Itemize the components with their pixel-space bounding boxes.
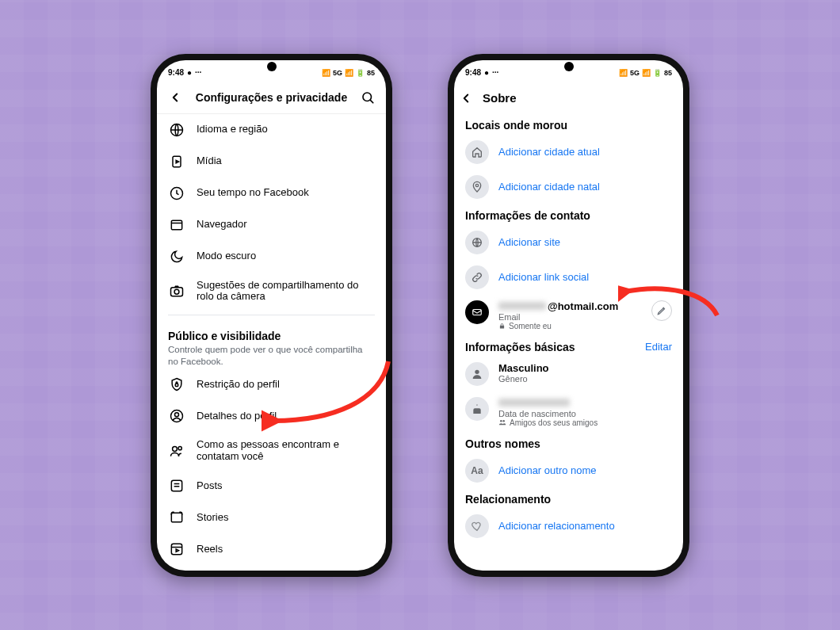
menu-item-language[interactable]: Idioma e região bbox=[157, 114, 386, 146]
add-relationship[interactable]: Adicionar relacionamento bbox=[454, 509, 683, 544]
menu-label: Sugestões de compartilhamento do rolo da… bbox=[197, 280, 375, 304]
menu-item-stories[interactable]: Stories bbox=[157, 502, 386, 533]
birthday-row[interactable]: Data de nascimento Amigos dos seus amigo… bbox=[454, 391, 683, 433]
menu-label: Como as pessoas encontram e contatam voc… bbox=[197, 439, 375, 463]
app-header: Configurações e privacidade bbox=[157, 82, 386, 114]
browser-icon bbox=[168, 216, 185, 234]
heart-icon bbox=[471, 520, 483, 533]
svg-point-34 bbox=[502, 420, 505, 422]
users-icon bbox=[168, 442, 185, 460]
svg-point-9 bbox=[174, 290, 179, 295]
shield-icon bbox=[168, 376, 185, 393]
back-button[interactable] bbox=[459, 91, 479, 105]
section-audience: Público e visibilidade Controle quem pod… bbox=[157, 320, 386, 368]
section-basic: Informações básicas Editar bbox=[454, 336, 683, 357]
status-time: 9:48 bbox=[465, 68, 481, 77]
edit-email-button[interactable] bbox=[651, 300, 672, 321]
svg-point-32 bbox=[475, 369, 479, 373]
add-website[interactable]: Adicionar site bbox=[454, 225, 683, 260]
svg-point-33 bbox=[500, 420, 502, 422]
search-icon bbox=[361, 90, 375, 105]
back-button[interactable] bbox=[163, 90, 187, 105]
user-icon bbox=[168, 407, 185, 425]
status-5g: 5G bbox=[630, 69, 640, 77]
chevron-left-icon bbox=[168, 90, 182, 105]
link-label: Adicionar link social bbox=[498, 271, 589, 283]
reels-icon bbox=[168, 540, 185, 558]
add-hometown[interactable]: Adicionar cidade natal bbox=[454, 170, 683, 204]
status-time: 9:48 bbox=[168, 68, 184, 77]
pencil-icon bbox=[656, 305, 667, 316]
svg-rect-8 bbox=[171, 288, 183, 296]
menu-item-browser[interactable]: Navegador bbox=[157, 209, 386, 241]
menu-item-dark[interactable]: Modo escuro bbox=[157, 241, 386, 273]
gender-label: Gênero bbox=[498, 374, 549, 384]
section-title: Informações de contato bbox=[465, 209, 590, 222]
home-icon bbox=[471, 146, 483, 158]
svg-rect-6 bbox=[171, 220, 181, 230]
section-relationship: Relacionamento bbox=[454, 488, 683, 509]
birthday-label: Data de nascimento bbox=[498, 409, 598, 418]
menu-item-camera-roll[interactable]: Sugestões de compartilhamento do rolo da… bbox=[157, 273, 386, 311]
battery-icon: 🔋 bbox=[356, 69, 365, 77]
add-social-link[interactable]: Adicionar link social bbox=[454, 260, 683, 295]
menu-item-reels[interactable]: Reels bbox=[157, 533, 386, 565]
gender-row[interactable]: Masculino Gênero bbox=[454, 357, 683, 391]
stories-icon bbox=[168, 509, 185, 526]
email-label: Email bbox=[498, 312, 642, 322]
section-title: Relacionamento bbox=[465, 493, 551, 506]
header-title: Configurações e privacidade bbox=[187, 91, 356, 104]
camera-icon bbox=[168, 282, 185, 300]
svg-marker-21 bbox=[176, 549, 178, 552]
svg-rect-10 bbox=[175, 384, 178, 386]
status-5g: 5G bbox=[333, 69, 342, 77]
phone-left: 9:48 ● ··· 📶 5G 📶 🔋 85 Configurações e p… bbox=[151, 54, 392, 577]
svg-line-1 bbox=[370, 100, 372, 102]
add-other-name[interactable]: Aa Adicionar outro nome bbox=[454, 453, 683, 488]
svg-rect-18 bbox=[171, 513, 181, 522]
link-label: Adicionar cidade natal bbox=[498, 181, 600, 193]
menu-item-posts[interactable]: Posts bbox=[157, 470, 386, 502]
svg-marker-4 bbox=[176, 160, 178, 162]
section-title: Locais onde morou bbox=[465, 119, 567, 132]
section-other-names: Outros nomes bbox=[454, 433, 683, 453]
media-icon bbox=[168, 153, 185, 170]
link-label: Adicionar site bbox=[498, 236, 560, 248]
birthday-redacted bbox=[498, 399, 570, 407]
menu-item-profile-details[interactable]: Detalhes do perfil bbox=[157, 400, 386, 432]
menu-item-followers[interactable]: Seguidores e conteúdo público bbox=[157, 565, 386, 571]
link-label: Adicionar relacionamento bbox=[498, 520, 615, 532]
app-header: Sobre bbox=[454, 82, 683, 114]
svg-point-13 bbox=[173, 447, 178, 452]
email-row[interactable]: @hotmail.com Email Somente eu bbox=[454, 295, 683, 336]
status-dot: ● bbox=[484, 68, 489, 77]
globe-icon bbox=[168, 121, 185, 139]
menu-item-discoverability[interactable]: Como as pessoas encontram e contatam voc… bbox=[157, 432, 386, 470]
status-more: ··· bbox=[195, 68, 201, 77]
section-desc: Controle quem pode ver o que você compar… bbox=[168, 344, 375, 367]
menu-item-time[interactable]: Seu tempo no Facebook bbox=[157, 178, 386, 209]
pin-icon bbox=[471, 181, 483, 193]
edit-basic-link[interactable]: Editar bbox=[645, 341, 672, 353]
status-more: ··· bbox=[492, 68, 498, 77]
menu-item-restriction[interactable]: Restrição do perfil bbox=[157, 368, 386, 400]
menu-label: Restrição do perfil bbox=[197, 379, 280, 391]
audience-label: Amigos dos seus amigos bbox=[510, 418, 598, 427]
add-current-city[interactable]: Adicionar cidade atual bbox=[454, 135, 683, 170]
wifi-icon: 📶 bbox=[642, 69, 651, 77]
status-dot: ● bbox=[187, 68, 192, 77]
cake-icon bbox=[471, 403, 483, 415]
globe-icon bbox=[471, 236, 483, 249]
moon-icon bbox=[168, 248, 185, 265]
signal-icon: 📶 bbox=[619, 69, 628, 77]
link-label: Adicionar cidade atual bbox=[498, 146, 600, 158]
lock-icon bbox=[498, 323, 506, 330]
search-button[interactable] bbox=[356, 90, 380, 105]
menu-item-media[interactable]: Mídia bbox=[157, 146, 386, 178]
email-redacted bbox=[498, 302, 546, 310]
signal-icon: 📶 bbox=[322, 69, 330, 77]
svg-rect-15 bbox=[171, 480, 181, 491]
section-places: Locais onde morou bbox=[454, 114, 683, 135]
svg-point-14 bbox=[178, 447, 181, 450]
section-title: Informações básicas bbox=[465, 341, 575, 353]
